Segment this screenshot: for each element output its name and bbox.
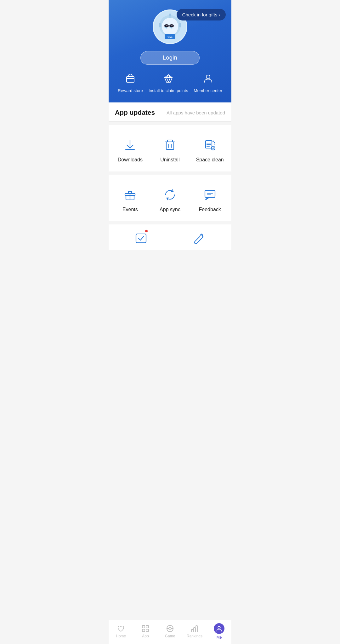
svg-rect-51 <box>146 625 149 628</box>
nav-app[interactable]: App <box>136 624 155 638</box>
chevron-right-icon: › <box>218 12 220 17</box>
feedback-icon <box>202 187 218 203</box>
svg-rect-53 <box>146 629 149 632</box>
feedback-label: Feedback <box>199 207 221 212</box>
svg-rect-12 <box>159 23 161 27</box>
diamond-icon <box>163 73 173 86</box>
nav-me[interactable]: Me <box>210 623 229 640</box>
wrench-icon <box>191 230 207 247</box>
nav-home[interactable]: Home <box>111 624 130 638</box>
svg-rect-45 <box>205 190 215 197</box>
svg-point-40 <box>214 142 215 143</box>
check-in-button[interactable]: Check in for gifts › <box>177 9 226 20</box>
svg-point-9 <box>170 27 171 28</box>
nav-rankings-label: Rankings <box>187 634 202 638</box>
events-item[interactable]: Events <box>112 182 149 218</box>
me-icon <box>214 623 224 634</box>
sync-icon <box>162 187 178 203</box>
svg-point-55 <box>169 627 171 630</box>
wrench-item[interactable] <box>191 230 207 247</box>
nav-app-label: App <box>142 634 149 638</box>
quick-link-reward-store[interactable]: Reward store <box>118 73 143 93</box>
svg-text:vivo: vivo <box>167 36 173 38</box>
bottom-navigation: Home App Game Rankings <box>109 620 231 644</box>
app-sync-label: App sync <box>160 207 180 212</box>
svg-rect-62 <box>196 626 197 632</box>
member-center-label: Member center <box>194 88 222 93</box>
notification-badge <box>145 229 148 233</box>
nav-me-label: Me <box>217 635 222 640</box>
svg-rect-48 <box>136 234 146 243</box>
svg-point-7 <box>166 27 167 28</box>
app-sync-item[interactable]: App sync <box>152 182 189 218</box>
grid-section-2: Events App sync <box>109 175 231 221</box>
svg-point-39 <box>212 141 214 142</box>
svg-line-24 <box>167 78 168 82</box>
quick-link-install-points[interactable]: Install to claim points <box>149 73 188 93</box>
nav-game-label: Game <box>165 634 175 638</box>
login-button[interactable]: Login <box>140 51 200 65</box>
quick-link-member-center[interactable]: Member center <box>194 73 222 93</box>
svg-rect-13 <box>179 23 181 27</box>
downloads-label: Downloads <box>118 157 143 163</box>
reward-store-label: Reward store <box>118 88 143 93</box>
game-icon <box>166 624 174 633</box>
app-v-icon <box>133 230 149 247</box>
gift-icon <box>122 187 138 203</box>
uninstall-item[interactable]: Uninstall <box>152 132 189 168</box>
download-icon <box>122 137 138 153</box>
app-updates-section: App updates All apps have been updated <box>109 102 231 122</box>
check-in-label: Check in for gifts <box>182 12 218 17</box>
grid-section-1: Downloads Uninstall <box>109 125 231 171</box>
nav-rankings[interactable]: Rankings <box>185 624 204 638</box>
svg-line-25 <box>168 78 170 82</box>
install-points-label: Install to claim points <box>149 88 188 93</box>
svg-rect-18 <box>127 77 134 82</box>
events-label: Events <box>122 207 138 212</box>
svg-point-5 <box>171 25 173 26</box>
grid-row-1: Downloads Uninstall <box>112 132 228 168</box>
svg-point-41 <box>214 144 215 145</box>
nav-game[interactable]: Game <box>161 624 179 638</box>
quick-links-row: Reward store Install to claim points <box>115 73 225 93</box>
hero-section: Check in for gifts › <box>109 0 231 102</box>
svg-rect-52 <box>142 629 145 632</box>
feedback-item[interactable]: Feedback <box>191 182 228 218</box>
nav-home-label: Home <box>116 634 126 638</box>
svg-rect-50 <box>142 625 145 628</box>
svg-rect-60 <box>191 629 193 632</box>
svg-point-11 <box>172 28 173 29</box>
svg-point-10 <box>171 27 172 28</box>
trash-icon <box>162 137 178 153</box>
rankings-icon <box>190 624 199 633</box>
store-icon <box>125 73 135 86</box>
app-manager-item[interactable] <box>133 230 149 247</box>
quick-actions-section <box>109 224 231 250</box>
svg-point-8 <box>167 28 167 29</box>
app-nav-icon <box>141 624 150 633</box>
downloads-item[interactable]: Downloads <box>112 132 149 168</box>
uninstall-label: Uninstall <box>160 157 179 163</box>
svg-point-17 <box>169 14 171 16</box>
space-clean-item[interactable]: Space clean <box>191 132 228 168</box>
svg-point-64 <box>218 626 220 629</box>
login-label: Login <box>163 55 178 61</box>
svg-point-26 <box>206 75 210 79</box>
me-person-icon <box>216 625 222 632</box>
space-clean-label: Space clean <box>196 157 224 163</box>
svg-rect-61 <box>194 628 195 632</box>
person-icon <box>203 73 213 86</box>
svg-marker-20 <box>165 75 172 82</box>
heart-icon <box>117 624 125 633</box>
quick-actions-row <box>112 230 228 247</box>
svg-point-6 <box>165 27 166 28</box>
app-updates-status: All apps have been updated <box>167 110 225 115</box>
app-updates-title: App updates <box>115 109 155 116</box>
clean-icon <box>202 137 218 153</box>
grid-row-2: Events App sync <box>112 182 228 218</box>
svg-rect-29 <box>166 142 174 149</box>
svg-point-4 <box>166 25 167 26</box>
